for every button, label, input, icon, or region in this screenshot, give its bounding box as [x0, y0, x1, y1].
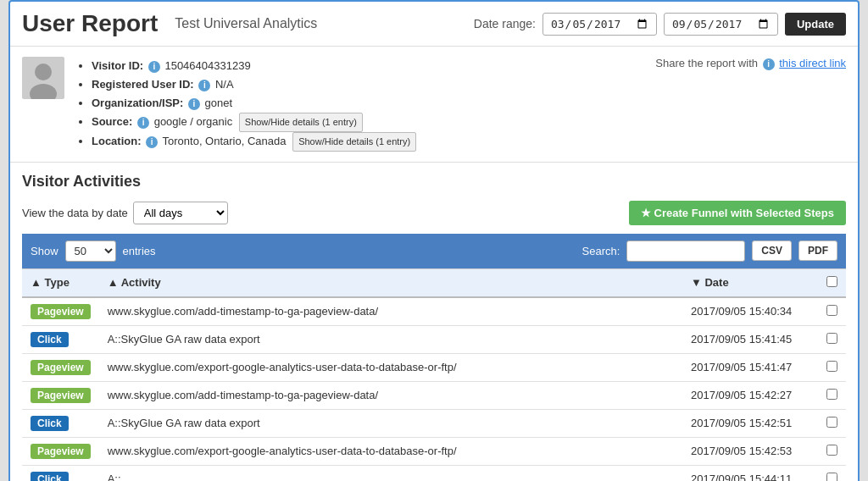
row-checkbox[interactable]: [826, 389, 837, 400]
source-show-hide-btn[interactable]: Show/Hide details (1 entry): [239, 113, 363, 132]
cell-date: 2017/09/05 15:42:27: [682, 381, 818, 409]
cell-activity: A::: [99, 465, 682, 481]
cell-date: 2017/09/05 15:41:47: [682, 353, 818, 381]
search-input[interactable]: [626, 240, 745, 262]
main-window: User Report Test Universal Analytics Dat…: [8, 0, 860, 481]
view-date-label: View the data by date All days Today Yes…: [22, 202, 228, 224]
page-title: User Report: [22, 10, 158, 37]
page-subtitle: Test Universal Analytics: [175, 16, 317, 31]
col-header-date[interactable]: ▼ Date: [682, 268, 818, 297]
cell-activity: www.skyglue.com/add-timestamp-to-ga-page…: [99, 297, 682, 326]
cell-checkbox: [818, 381, 846, 409]
col-header-activity[interactable]: ▲ Activity: [99, 268, 682, 297]
row-checkbox[interactable]: [826, 333, 837, 344]
share-info-icon[interactable]: i: [763, 58, 775, 70]
location-show-hide-btn[interactable]: Show/Hide details (1 entry): [292, 132, 416, 152]
visitor-id-value: 15046404331239: [164, 59, 250, 72]
table-header: ▲ Type ▲ Activity ▼ Date: [22, 268, 846, 297]
date-select[interactable]: All days Today Yesterday Last 7 days Las…: [133, 202, 228, 224]
activities-section: Visitor Activities View the data by date…: [10, 163, 858, 481]
visitor-id-label: Visitor ID:: [92, 59, 143, 72]
source-row: Source: i google / organic Show/Hide det…: [92, 113, 643, 132]
type-badge: Click: [31, 416, 69, 431]
table-row: Pageviewwww.skyglue.com/add-timestamp-to…: [22, 297, 846, 326]
table-body: Pageviewwww.skyglue.com/add-timestamp-to…: [22, 297, 846, 481]
cell-checkbox: [818, 409, 846, 437]
location-info-icon[interactable]: i: [146, 136, 158, 148]
cell-checkbox: [818, 437, 846, 465]
col-type-label: ▲ Type: [31, 276, 70, 289]
row-checkbox[interactable]: [826, 361, 837, 372]
cell-activity: www.skyglue.com/export-google-analytics-…: [99, 353, 682, 381]
cell-type: Click: [22, 465, 99, 481]
col-header-type[interactable]: ▲ Type: [22, 268, 99, 297]
org-isp-row: Organization/ISP: i gonet: [92, 94, 643, 113]
table-row: Pageviewwww.skyglue.com/export-google-an…: [22, 353, 846, 381]
type-badge: Pageview: [31, 360, 91, 375]
cell-checkbox: [818, 297, 846, 326]
type-badge: Pageview: [31, 388, 91, 403]
cell-checkbox: [818, 325, 846, 353]
date-range-label: Date range:: [474, 17, 536, 30]
registered-user-label: Registered User ID:: [92, 78, 194, 91]
cell-checkbox: [818, 353, 846, 381]
type-badge: Click: [31, 472, 69, 481]
source-info-icon[interactable]: i: [137, 117, 149, 129]
avatar: [22, 57, 64, 99]
svg-point-1: [35, 64, 52, 80]
table-row: ClickA::SkyGlue GA raw data export2017/0…: [22, 325, 846, 353]
cell-type: Pageview: [22, 437, 99, 465]
user-details: Visitor ID: i 15046404331239 Registered …: [76, 57, 643, 152]
cell-date: 2017/09/05 15:42:51: [682, 409, 818, 437]
table-row: Pageviewwww.skyglue.com/add-timestamp-to…: [22, 381, 846, 409]
cell-type: Click: [22, 325, 99, 353]
cell-activity: www.skyglue.com/add-timestamp-to-ga-page…: [99, 381, 682, 409]
entries-select[interactable]: 50 25 100: [65, 240, 116, 262]
row-checkbox[interactable]: [826, 473, 837, 481]
table-header-row: ▲ Type ▲ Activity ▼ Date: [22, 268, 846, 297]
cell-type: Click: [22, 409, 99, 437]
share-report-label: Share the report with: [655, 57, 758, 69]
table-controls: Show 50 25 100 entries Search: CSV PDF: [22, 234, 846, 268]
org-isp-value: gonet: [205, 97, 233, 109]
update-button[interactable]: Update: [785, 13, 846, 36]
cell-activity: A::SkyGlue GA raw data export: [99, 409, 682, 437]
source-value: google / organic: [154, 115, 233, 128]
search-label: Search:: [582, 245, 620, 257]
visitor-id-info-icon[interactable]: i: [148, 61, 160, 73]
type-badge: Click: [31, 332, 69, 347]
table-row: ClickA::SkyGlue GA raw data export2017/0…: [22, 409, 846, 437]
location-row: Location: i Toronto, Ontario, Canada Sho…: [92, 132, 643, 152]
source-label: Source:: [92, 115, 132, 128]
row-checkbox[interactable]: [826, 417, 837, 428]
from-date-input[interactable]: [542, 13, 657, 36]
row-checkbox[interactable]: [826, 445, 837, 456]
visitor-id-row: Visitor ID: i 15046404331239: [92, 57, 643, 75]
cell-checkbox: [818, 465, 846, 481]
activities-table: ▲ Type ▲ Activity ▼ Date Pageviewwww.sky…: [22, 268, 846, 481]
row-checkbox[interactable]: [826, 305, 837, 316]
pdf-export-button[interactable]: PDF: [798, 240, 837, 261]
location-value: Toronto, Ontario, Canada: [163, 135, 287, 147]
cell-date: 2017/09/05 15:42:53: [682, 437, 818, 465]
org-isp-label: Organization/ISP:: [92, 97, 183, 109]
registered-user-info-icon[interactable]: i: [198, 80, 210, 91]
view-controls: View the data by date All days Today Yes…: [22, 201, 846, 225]
direct-link[interactable]: this direct link: [779, 57, 846, 69]
date-range-section: Date range: Update: [474, 13, 846, 36]
share-report-section: Share the report with i this direct link: [655, 57, 846, 70]
csv-export-button[interactable]: CSV: [752, 240, 792, 261]
select-all-checkbox[interactable]: [826, 276, 837, 287]
type-badge: Pageview: [31, 444, 91, 459]
cell-type: Pageview: [22, 297, 99, 326]
cell-type: Pageview: [22, 381, 99, 409]
to-date-input[interactable]: [664, 13, 778, 36]
cell-activity: www.skyglue.com/export-google-analytics-…: [99, 437, 682, 465]
col-activity-label: ▲ Activity: [108, 276, 161, 289]
org-isp-info-icon[interactable]: i: [188, 98, 200, 110]
registered-user-row: Registered User ID: i N/A: [92, 75, 643, 94]
table-row: Pageviewwww.skyglue.com/export-google-an…: [22, 437, 846, 465]
cell-date: 2017/09/05 15:40:34: [682, 297, 818, 326]
col-date-label: ▼ Date: [691, 276, 729, 289]
create-funnel-button[interactable]: ★ Create Funnel with Selected Steps: [629, 201, 846, 225]
